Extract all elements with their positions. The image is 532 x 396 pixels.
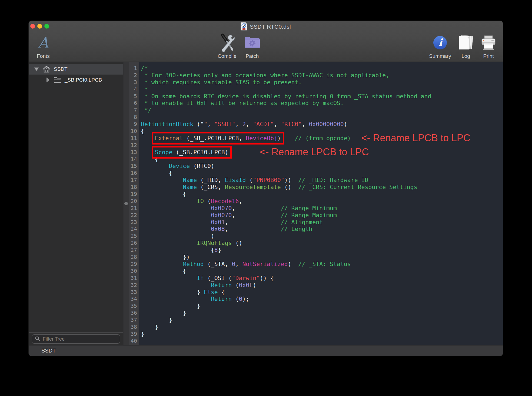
code-segment: )	[141, 233, 214, 239]
line-number: 11	[129, 135, 139, 142]
line-number: 24	[129, 226, 139, 233]
code-line[interactable]: {	[141, 268, 503, 275]
tree-item-ssdt[interactable]: SSDT	[29, 64, 123, 75]
code-segment: 0x0070	[211, 212, 232, 219]
splitter-handle[interactable]	[124, 202, 128, 205]
code-segment: )	[253, 282, 256, 288]
code-line[interactable]: Method (_STA, 0, NotSerialized) // _STA:…	[141, 261, 503, 268]
code-line[interactable]: {	[141, 191, 503, 198]
code-segment: 0	[239, 296, 242, 302]
code-line[interactable]: Device (RTC0)	[141, 163, 503, 170]
code-line[interactable]: )	[141, 233, 503, 240]
code-line[interactable]: DefinitionBlock ("", "SSDT", 2, "ACDT", …	[141, 121, 503, 128]
code-segment	[141, 184, 183, 190]
code-area[interactable]: /* * For 300-series only and occasions w…	[139, 62, 503, 345]
code-line[interactable]: */	[141, 107, 503, 114]
code-segment: Else	[204, 289, 218, 296]
code-segment: })	[141, 254, 190, 260]
line-number: 28	[129, 254, 139, 261]
code-segment: ,	[225, 226, 281, 232]
code-segment: )	[277, 135, 281, 142]
line-number: 27	[129, 247, 139, 254]
line-number: 4	[129, 86, 139, 93]
code-segment: 0x08	[211, 226, 225, 232]
code-segment: 0x01	[211, 219, 225, 226]
code-line[interactable]: *	[141, 86, 503, 93]
search-icon	[35, 336, 40, 342]
fonts-button[interactable]: A Fonts	[29, 33, 61, 60]
code-line[interactable]	[141, 338, 503, 345]
line-number: 26	[129, 240, 139, 247]
code-segment: (_SB.PCI0.LPCB)	[172, 149, 228, 156]
disclosure-right-icon[interactable]	[46, 78, 50, 82]
code-line[interactable]: {8}	[141, 247, 503, 254]
main-content: SSDT _SB.PCI0.LPCB	[29, 62, 503, 345]
line-number: 33	[129, 289, 139, 296]
code-line[interactable]: 0x08, // Length	[141, 226, 503, 233]
tree-item-lpcb[interactable]: _SB.PCI0.LPCB	[29, 75, 123, 85]
code-line[interactable]: }	[141, 310, 503, 317]
code-line[interactable]: {	[141, 170, 503, 177]
line-number: 12	[129, 142, 139, 149]
patch-label: Patch	[246, 53, 259, 60]
code-line[interactable]: 0x01, // Alignment	[141, 219, 503, 226]
code-segment: }	[141, 317, 172, 323]
print-button[interactable]: Print	[471, 33, 503, 60]
code-segment	[141, 149, 155, 156]
sidebar-splitter[interactable]	[123, 62, 129, 345]
code-segment: Decode16	[211, 198, 239, 204]
code-segment: }	[218, 247, 221, 253]
filter-field[interactable]	[32, 334, 120, 344]
code-segment: );	[242, 296, 249, 302]
code-line[interactable]: * to enable it 0xF will be returned as e…	[141, 100, 503, 107]
code-segment: }	[141, 331, 144, 337]
code-segment: If	[197, 275, 204, 281]
code-line[interactable]: } Else {	[141, 289, 503, 296]
code-line[interactable]: Return (0);	[141, 296, 503, 303]
code-line[interactable]: * For 300-series only and occasions wher…	[141, 72, 503, 79]
code-line[interactable]: Return (0x0F)	[141, 282, 503, 289]
line-number: 31	[129, 275, 139, 282]
code-segment: (	[232, 282, 239, 288]
code-segment: (_SB_.PCI0.LPCB,	[183, 135, 246, 142]
code-segment: ("",	[193, 121, 214, 127]
code-line[interactable]: 0x0070, // Range Maximum	[141, 212, 503, 219]
window-title: SSDT-RTC0.dsl	[250, 24, 291, 30]
code-segment: Name	[183, 184, 197, 190]
code-segment: )) {	[260, 275, 274, 281]
code-line[interactable]: IRQNoFlags ()	[141, 240, 503, 247]
code-segment: // (from opcode)	[295, 135, 351, 142]
code-line[interactable]: External (_SB_.PCI0.LPCB, DeviceObj) // …	[141, 135, 503, 142]
code-line[interactable]: If (_OSI ("Darwin")) {	[141, 275, 503, 282]
code-line[interactable]: }	[141, 303, 503, 310]
line-number: 29	[129, 261, 139, 268]
code-line[interactable]: /*	[141, 65, 503, 72]
filter-tree-input[interactable]	[42, 336, 114, 342]
patch-button[interactable]: Patch	[235, 33, 270, 60]
line-number: 30	[129, 268, 139, 275]
code-segment: 2	[242, 121, 246, 127]
code-segment: /*	[141, 65, 148, 72]
disclosure-down-icon[interactable]	[34, 68, 39, 71]
code-line[interactable]: Scope (_SB.PCI0.LPCB) <- Rename LPCB to …	[141, 149, 503, 156]
line-number: 13	[129, 149, 139, 156]
code-line[interactable]	[141, 114, 503, 121]
code-segment: 0x0070	[211, 205, 232, 212]
code-line[interactable]: }	[141, 324, 503, 331]
line-number-gutter: 1234567891011121314151617181920212223242…	[129, 62, 139, 345]
code-segment: ,	[235, 261, 242, 267]
code-line[interactable]: })	[141, 254, 503, 261]
code-line[interactable]: }	[141, 331, 503, 338]
code-line[interactable]: Name (_HID, EisaId ("PNP0B00")) // _HID:…	[141, 177, 503, 184]
code-line[interactable]: * On some boards RTC device is disabled …	[141, 93, 503, 100]
code-segment: DefinitionBlock	[141, 121, 193, 127]
code-line[interactable]: 0x0070, // Range Minimum	[141, 205, 503, 212]
code-line[interactable]: * which requires variable STAS to be pre…	[141, 79, 503, 86]
line-number: 34	[129, 296, 139, 303]
code-segment: )	[344, 121, 347, 127]
code-line[interactable]: IO (Decode16,	[141, 198, 503, 205]
code-line[interactable]: }	[141, 317, 503, 324]
line-number: 15	[129, 163, 139, 170]
code-segment	[141, 275, 197, 281]
code-line[interactable]: Name (_CRS, ResourceTemplate () // _CRS:…	[141, 184, 503, 191]
